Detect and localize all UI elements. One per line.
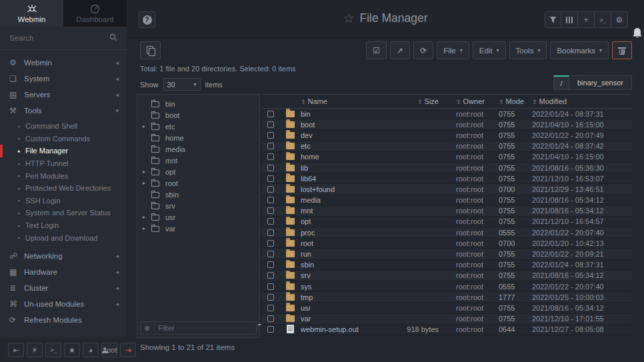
row-checkbox[interactable] (267, 218, 274, 225)
table-row[interactable]: sys root:root 0555 2022/01/22 - 20:07:40 (262, 281, 632, 292)
col-name[interactable]: ⇕Name (301, 97, 370, 105)
table-row[interactable]: lib64 root:root 0755 2021/12/10 - 16:53:… (262, 173, 632, 184)
row-checkbox[interactable] (267, 111, 274, 117)
row-checkbox[interactable] (267, 326, 274, 333)
menu-bookmarks[interactable]: Bookmarks▾ (550, 41, 609, 59)
sidebar-item[interactable]: ● Perl Modules (0, 169, 127, 182)
row-checkbox[interactable] (267, 272, 274, 279)
table-row[interactable]: proc root:root 0555 2022/01/22 - 20:07:4… (262, 227, 632, 238)
sidebar-item[interactable]: ● Command Shell (0, 120, 127, 133)
sidebar-section[interactable]: ⟳ Refresh Modules (0, 312, 127, 328)
table-row[interactable]: webmin-setup.out 918 bytes root:root 064… (262, 325, 632, 335)
tree-item[interactable]: ▸ boot (137, 109, 259, 121)
sidebar-item[interactable]: ● Protected Web Directories (0, 182, 127, 195)
cell-name[interactable]: dev (301, 131, 370, 139)
table-row[interactable]: tmp root:root 1777 2022/01/25 - 10:00:03 (262, 292, 632, 303)
table-row[interactable]: srv root:root 0755 2021/08/16 - 05:34:12 (262, 271, 632, 281)
cell-name[interactable]: tmp (301, 293, 370, 301)
row-checkbox[interactable] (267, 186, 274, 193)
row-checkbox[interactable] (267, 315, 274, 322)
table-row[interactable]: etc root:root 0755 2022/01/24 - 08:37:42 (262, 141, 632, 152)
menu-tools[interactable]: Tools▾ (509, 41, 547, 59)
trash-button[interactable] (612, 41, 632, 59)
breadcrumb-root[interactable]: / (553, 75, 569, 90)
row-checkbox[interactable] (267, 197, 274, 203)
table-row[interactable]: var root:root 0755 2021/12/10 - 17:01:55 (262, 314, 632, 325)
breadcrumb-segment[interactable]: binary_sensor (569, 75, 632, 90)
expand-arrow-icon[interactable]: ▸ (143, 214, 151, 220)
cell-name[interactable]: sbin (301, 261, 370, 269)
language-button[interactable]: ◕ (83, 343, 99, 357)
menu-edit[interactable]: Edit▾ (473, 41, 506, 59)
page-size-select[interactable]: 30 ▾ (163, 78, 201, 91)
col-size[interactable]: ⇕Size (370, 97, 447, 105)
sidebar-section[interactable]: ⌘ Un-used Modules ◂ (0, 296, 127, 312)
sidebar-section[interactable]: ❑ System ◂ (0, 71, 127, 87)
tree-item[interactable]: ▸ sbin (137, 189, 259, 200)
table-row[interactable]: dev root:root 0755 2022/01/22 - 20:07:49 (262, 130, 632, 141)
sidebar-item[interactable]: ● File Manager (0, 145, 127, 157)
cell-name[interactable]: root (301, 239, 370, 247)
tree-item[interactable]: ▸ var (137, 223, 259, 234)
tree-item[interactable]: ▸ opt (137, 166, 259, 177)
favorite-star-icon[interactable]: ☆ (343, 11, 354, 26)
sidebar-section[interactable]: ▦ Hardware ◂ (0, 264, 127, 280)
theme-button[interactable]: ☀ (27, 343, 43, 357)
cell-name[interactable]: boot (301, 121, 370, 129)
cell-name[interactable]: usr (301, 304, 370, 312)
cell-name[interactable]: lib (301, 164, 370, 172)
cell-name[interactable]: mnt (301, 207, 370, 215)
tree-item[interactable]: ▸ srv (137, 200, 259, 211)
terminal-button[interactable]: >_ (45, 343, 61, 357)
tab-webmin[interactable]: Webmin (0, 0, 63, 27)
row-checkbox[interactable] (267, 229, 274, 236)
row-checkbox[interactable] (267, 294, 274, 301)
sidebar-item[interactable]: ● HTTP Tunnel (0, 157, 127, 170)
search-input[interactable] (9, 31, 116, 45)
select-all-button[interactable]: ☑ (366, 41, 387, 59)
table-row[interactable]: usr root:root 0755 2021/08/16 - 05:34:12 (262, 303, 632, 313)
sidebar-item[interactable]: ● System and Server Status (0, 207, 127, 219)
refresh-button[interactable]: ⟳ (413, 41, 433, 59)
row-checkbox[interactable] (267, 261, 274, 268)
cell-name[interactable]: webmin-setup.out (301, 325, 370, 333)
sidebar-section[interactable]: ⚙ Webmin ◂ (0, 55, 127, 71)
folder-icon[interactable] (257, 325, 258, 331)
tree-item[interactable]: ▸ bin (137, 98, 259, 109)
sidebar-item[interactable]: ● SSH Login (0, 195, 127, 207)
export-button[interactable]: ↗ (390, 41, 410, 59)
cell-name[interactable]: var (301, 315, 370, 323)
tree-item[interactable]: ▸ mnt (137, 155, 259, 166)
row-checkbox[interactable] (267, 175, 274, 182)
cell-name[interactable]: bin (301, 110, 370, 118)
tree-filter-input[interactable] (153, 323, 253, 333)
sidebar-item[interactable]: ● Text Login (0, 219, 127, 232)
table-row[interactable]: root root:root 0700 2022/01/20 - 10:42:1… (262, 238, 632, 249)
tree-item[interactable]: ▸ etc (137, 121, 259, 132)
expand-arrow-icon[interactable]: ▸ (143, 180, 151, 186)
cell-name[interactable]: proc (301, 229, 370, 237)
sidebar-section[interactable]: ▤ Servers ◂ (0, 87, 127, 103)
table-row[interactable]: run root:root 0755 2022/01/22 - 20:09:21 (262, 249, 632, 259)
row-checkbox[interactable] (267, 153, 274, 160)
settings-button[interactable]: ⚙ (611, 11, 628, 28)
table-row[interactable]: home root:root 0755 2021/04/10 - 16:15:0… (262, 152, 632, 163)
clear-filter-icon[interactable]: ⊗ (144, 324, 150, 333)
col-mode[interactable]: ⇕Mode (499, 97, 532, 105)
logout-button[interactable]: ⇥ (120, 343, 136, 357)
table-row[interactable]: bin root:root 0755 2022/01/24 - 08:37:31 (262, 109, 632, 119)
user-button[interactable]: root (101, 343, 117, 357)
tree-item[interactable]: ▸ root (137, 177, 259, 189)
filter-button[interactable] (545, 11, 561, 28)
cell-name[interactable]: lost+found (301, 185, 370, 193)
cell-name[interactable]: sys (301, 283, 370, 291)
sidebar-section[interactable]: ⚒ Tools ▾ (0, 103, 127, 119)
sidebar-section[interactable]: ☍ Networking ◂ (0, 248, 127, 264)
col-modified[interactable]: ⇕Modified (532, 97, 632, 105)
row-checkbox[interactable] (267, 240, 274, 247)
row-checkbox[interactable] (267, 305, 274, 311)
table-row[interactable]: sbin root:root 0755 2022/01/24 - 08:37:3… (262, 260, 632, 271)
cell-name[interactable]: etc (301, 142, 370, 150)
shell-button[interactable]: >_ (595, 11, 611, 28)
cell-name[interactable]: lib64 (301, 175, 370, 183)
